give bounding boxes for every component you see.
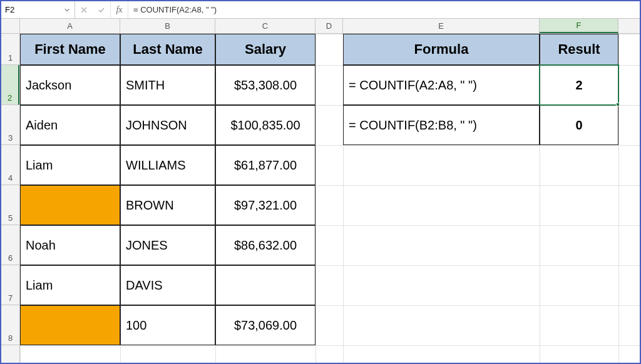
row-header-8[interactable]: 8 xyxy=(1,305,19,345)
header-last-name[interactable]: Last Name xyxy=(120,34,215,65)
formula-input[interactable]: = COUNTIF(A2:A8, " ") xyxy=(128,1,640,18)
cell-last-name-row7[interactable]: DAVIS xyxy=(120,265,215,305)
cell-formula-row2[interactable]: = COUNTIF(A2:A8, " ") xyxy=(343,65,540,105)
header-first-name[interactable]: First Name xyxy=(20,34,120,65)
cell-result-row3[interactable]: 0 xyxy=(540,105,618,145)
grid: ABCDEF 12345678 First NameLast NameSalar… xyxy=(1,19,640,363)
excel-window: F2 fx = COUNTIF(A2:A8, " ") ABCDEF 12345… xyxy=(0,0,641,364)
formula-bar: F2 fx = COUNTIF(A2:A8, " ") xyxy=(1,1,640,19)
fill-handle[interactable] xyxy=(616,103,620,106)
header-formula[interactable]: Formula xyxy=(343,34,540,65)
row-header-2[interactable]: 2 xyxy=(1,65,19,105)
chevron-down-icon[interactable] xyxy=(63,6,71,14)
cell-salary-row7[interactable] xyxy=(215,265,315,305)
row-header-1[interactable]: 1 xyxy=(1,34,19,65)
cell-result-row2[interactable]: 2 xyxy=(540,65,618,105)
cell-first-name-row8[interactable] xyxy=(20,305,120,345)
cell-last-name-row5[interactable]: BROWN xyxy=(120,185,215,225)
row-header-3[interactable]: 3 xyxy=(1,105,19,145)
header-result[interactable]: Result xyxy=(540,34,618,65)
column-header-F[interactable]: F xyxy=(540,19,618,33)
cell-first-name-row2[interactable]: Jackson xyxy=(20,65,120,105)
cell-first-name-row7[interactable]: Liam xyxy=(20,265,120,305)
cell-last-name-row6[interactable]: JONES xyxy=(120,225,215,265)
column-headers: ABCDEF xyxy=(20,19,640,34)
column-header-D[interactable]: D xyxy=(315,19,343,33)
row-headers: 12345678 xyxy=(1,34,20,363)
cell-salary-row6[interactable]: $86,632.00 xyxy=(215,225,315,265)
cell-first-name-row3[interactable]: Aiden xyxy=(20,105,120,145)
cell-first-name-row6[interactable]: Noah xyxy=(20,225,120,265)
header-salary[interactable]: Salary xyxy=(215,34,315,65)
cell-first-name-row5[interactable] xyxy=(20,185,120,225)
row-header-7[interactable]: 7 xyxy=(1,265,19,305)
cell-salary-row4[interactable]: $61,877.00 xyxy=(215,145,315,185)
name-box[interactable]: F2 xyxy=(1,1,75,18)
cell-salary-row8[interactable]: $73,069.00 xyxy=(215,305,315,345)
column-header-E[interactable]: E xyxy=(343,19,540,33)
row-header-4[interactable]: 4 xyxy=(1,145,19,185)
cell-salary-row3[interactable]: $100,835.00 xyxy=(215,105,315,145)
cell-last-name-row2[interactable]: SMITH xyxy=(120,65,215,105)
column-header-C[interactable]: C xyxy=(215,19,315,33)
cancel-formula-x-icon[interactable] xyxy=(75,1,93,19)
column-header-A[interactable]: A xyxy=(20,19,120,33)
cell-first-name-row4[interactable]: Liam xyxy=(20,145,120,185)
cell-last-name-row8[interactable]: 100 xyxy=(120,305,215,345)
enter-formula-check-icon[interactable] xyxy=(93,1,110,19)
cell-formula-row3[interactable]: = COUNTIF(B2:B8, " ") xyxy=(343,105,540,145)
column-header-B[interactable]: B xyxy=(120,19,215,33)
cell-last-name-row3[interactable]: JOHNSON xyxy=(120,105,215,145)
formula-bar-buttons xyxy=(75,1,111,18)
select-all-corner[interactable] xyxy=(1,19,20,34)
fx-icon[interactable]: fx xyxy=(111,1,128,18)
cell-salary-row2[interactable]: $53,308.00 xyxy=(215,65,315,105)
cell-last-name-row4[interactable]: WILLIAMS xyxy=(120,145,215,185)
cell-salary-row5[interactable]: $97,321.00 xyxy=(215,185,315,225)
name-box-text: F2 xyxy=(5,5,63,14)
row-header-6[interactable]: 6 xyxy=(1,225,19,265)
cells-area[interactable]: First NameLast NameSalaryFormulaResultJa… xyxy=(20,34,640,363)
row-header-5[interactable]: 5 xyxy=(1,185,19,225)
